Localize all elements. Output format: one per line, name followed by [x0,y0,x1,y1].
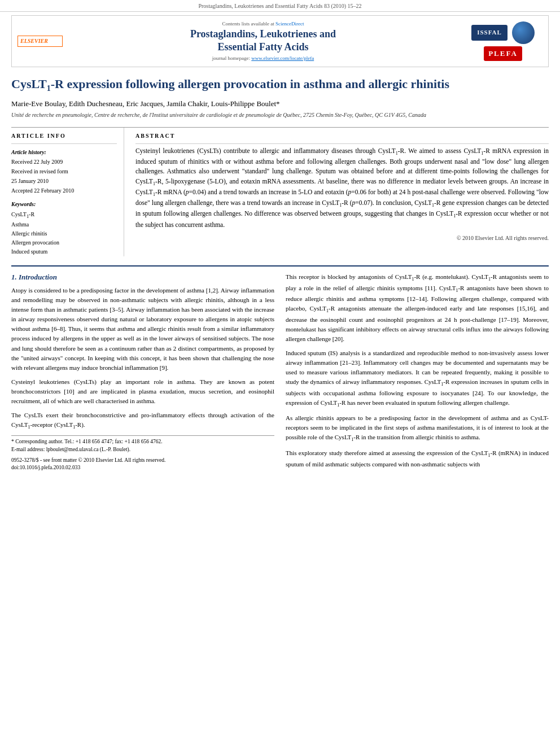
journal-title: Prostaglandins, Leukotrienes and Essenti… [63,28,463,54]
journal-citation-text: Prostaglandins, Leukotrienes and Essenti… [198,3,361,9]
article-content: CysLT1-R expression following allergen p… [11,76,549,474]
copyright-text: © 2010 Elsevier Ltd. All rights reserved… [135,234,549,242]
body-right-column: This receptor is blocked by antagonists … [286,272,549,474]
keyword-4: Allergen provocation [11,238,117,247]
globe-icon [512,21,535,44]
received-1: Received 22 July 2009 [11,158,117,166]
footnote-area: * Corresponding author. Tel.: +1 418 656… [11,435,274,453]
sciencedirect-link[interactable]: ScienceDirect [275,21,304,27]
body-left-column: 1. Introduction Atopy is considered to b… [11,272,274,474]
journal-homepage: journal homepage: www.elsevier.com/locat… [63,55,463,62]
article-info-heading: ARTICLE INFO [11,132,117,140]
right-para-1: This receptor is blocked by antagonists … [286,272,549,344]
elsevier-logo-area: ELSEVIER [18,36,63,47]
elsevier-logo: ELSEVIER [18,36,63,47]
journal-header: ELSEVIER Contents lists available at Sci… [11,15,549,67]
keyword-1: CysLT1-R [11,210,117,220]
affiliation-text: Unité de recherche en pneumologie, Centr… [11,111,549,119]
received-2b: 25 January 2010 [11,177,117,185]
keyword-3: Allergic rhinitis [11,229,117,238]
plefa-badge: PLEFA [484,46,522,61]
journal-homepage-link[interactable]: www.elsevier.com/locate/plefa [251,55,314,61]
authors-text: Marie-Eve Boulay, Edith Duchesneau, Eric… [11,99,280,108]
history-label: Article history: [11,148,117,156]
keywords-label: Keywords: [11,200,117,208]
intro-para-3: The CysLTs exert their bronchoconstricti… [11,410,274,431]
body-columns: 1. Introduction Atopy is considered to b… [11,272,549,474]
accepted: Accepted 22 February 2010 [11,186,117,195]
footnote-star: * Corresponding author. Tel.: +1 418 656… [11,438,274,445]
journal-title-area: Contents lists available at ScienceDirec… [63,20,463,62]
journal-citation-bar: Prostaglandins, Leukotrienes and Essenti… [0,0,560,12]
abstract-heading: ABSTRACT [135,132,549,140]
article-info-column: ARTICLE INFO Article history: Received 2… [11,128,124,256]
abstract-text: Cysteinyl leukotrienes (CysLTs) contribu… [135,146,549,230]
intro-para-2: Cysteinyl leukotrienes (CysLTs) play an … [11,377,274,406]
issfal-badge: ISSFAL [471,25,508,40]
body-section: 1. Introduction Atopy is considered to b… [11,265,549,474]
contents-line: Contents lists available at ScienceDirec… [63,20,463,28]
right-para-2: Induced sputum (IS) analysis is a standa… [286,348,549,409]
abstract-column: ABSTRACT Cysteinyl leukotrienes (CysLTs)… [135,128,549,256]
received-2: Received in revised form [11,167,117,176]
right-para-3: As allergic rhinitis appears to be a pre… [286,413,549,444]
intro-heading: 1. Introduction [11,272,274,282]
authors-line: Marie-Eve Boulay, Edith Duchesneau, Eric… [11,99,549,109]
issn-line: 0952-3278/$ - see front matter © 2010 El… [11,457,274,472]
right-para-4: This exploratory study therefore aimed a… [286,448,549,469]
keyword-5: Induced sputum [11,247,117,256]
article-title: CysLT1-R expression following allergen p… [11,76,549,94]
keyword-2: Asthma [11,220,117,229]
footnote-email: E-mail address: lpboulet@med.ulaval.ca (… [11,446,274,453]
intro-para-1: Atopy is considered to be a predisposing… [11,286,274,372]
article-info-abstract-section: ARTICLE INFO Article history: Received 2… [11,127,549,256]
journal-logos-right: ISSFAL PLEFA [463,21,542,61]
